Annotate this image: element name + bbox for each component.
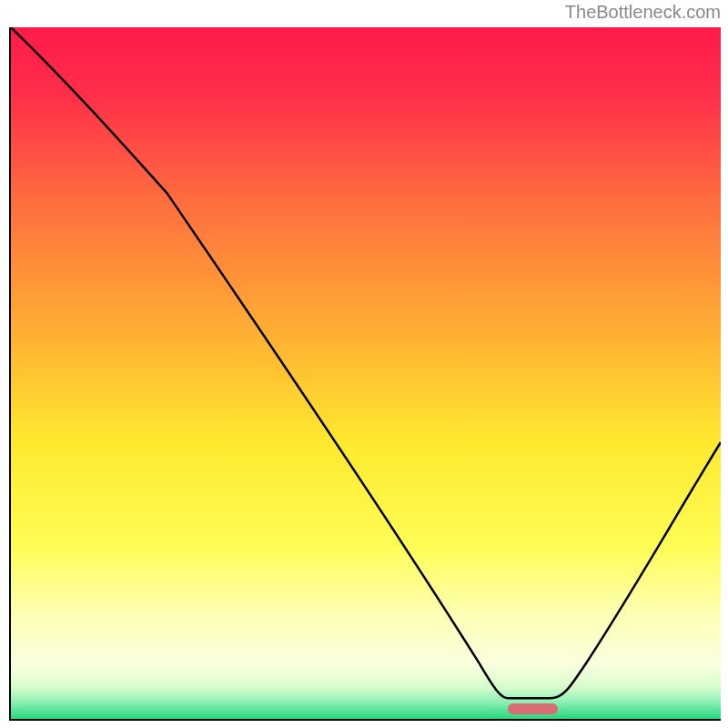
optimal-marker [508, 703, 558, 714]
chart-curve [11, 27, 721, 719]
chart-area [9, 27, 721, 721]
watermark-text: TheBottleneck.com [565, 2, 721, 23]
